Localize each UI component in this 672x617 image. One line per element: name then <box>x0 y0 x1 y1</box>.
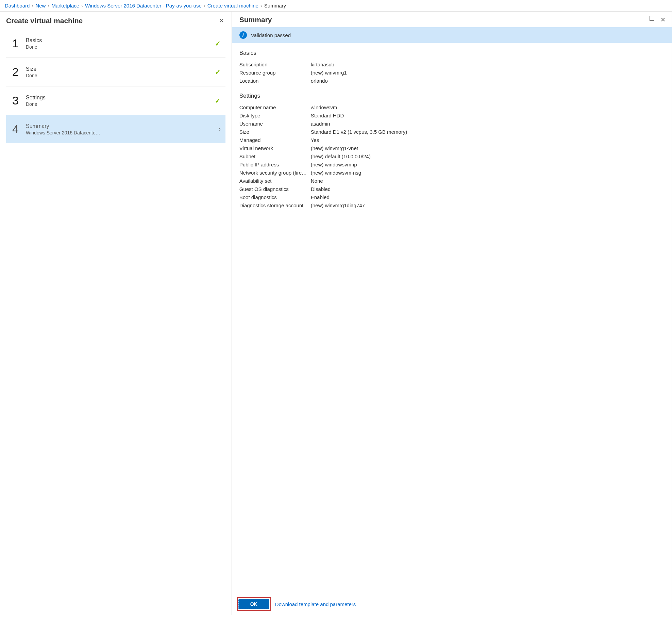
maximize-icon[interactable] <box>650 16 654 21</box>
ok-button[interactable]: OK <box>238 599 269 609</box>
chevron-right-icon: › <box>81 3 83 9</box>
info-icon: i <box>239 31 247 39</box>
step-label: Settings <box>26 95 209 101</box>
step-label: Summary <box>26 123 213 129</box>
close-icon[interactable]: ✕ <box>660 16 666 23</box>
kv-row: Public IP address(new) windowsvm-ip <box>239 161 664 169</box>
step-label: Size <box>26 66 209 72</box>
chevron-right-icon: › <box>48 3 49 9</box>
step-status: Windows Server 2016 Datacenter ... <box>26 130 101 135</box>
kv-row: Diagnostics storage account(new) winvmrg… <box>239 201 664 210</box>
section-title-basics: Basics <box>239 50 664 56</box>
validation-text: Validation passed <box>251 32 291 38</box>
check-icon: ✓ <box>215 68 221 76</box>
breadcrumb-new[interactable]: New <box>35 3 46 9</box>
breadcrumb-marketplace[interactable]: Marketplace <box>51 3 79 9</box>
kv-row: ManagedYes <box>239 136 664 144</box>
section-title-settings: Settings <box>239 93 664 99</box>
breadcrumb-create-vm[interactable]: Create virtual machine <box>207 3 258 9</box>
kv-row: Subnet(new) default (10.0.0.0/24) <box>239 152 664 161</box>
breadcrumb: Dashboard › New › Marketplace › Windows … <box>0 0 672 12</box>
step-number: 2 <box>12 65 20 79</box>
chevron-right-icon: › <box>219 126 221 133</box>
step-status: Done <box>26 44 101 50</box>
step-number: 3 <box>12 94 20 107</box>
breadcrumb-current: Summary <box>264 3 286 9</box>
kv-row: Subscriptionkirtanasub <box>239 61 664 69</box>
summary-title: Summary <box>239 16 272 24</box>
kv-row: Computer namewindowsvm <box>239 103 664 112</box>
kv-row: SizeStandard D1 v2 (1 vcpus, 3.5 GB memo… <box>239 128 664 136</box>
validation-banner: i Validation passed <box>232 27 672 43</box>
step-number: 1 <box>12 37 20 50</box>
breadcrumb-offer[interactable]: Windows Server 2016 Datacenter - Pay-as-… <box>85 3 202 9</box>
kv-row: Disk typeStandard HDD <box>239 112 664 120</box>
download-template-link[interactable]: Download template and parameters <box>275 601 356 607</box>
chevron-right-icon: › <box>204 3 205 9</box>
kv-row: Resource group(new) winvmrg1 <box>239 69 664 77</box>
close-icon[interactable]: ✕ <box>218 16 225 26</box>
step-status: Done <box>26 101 101 107</box>
wizard-title: Create virtual machine <box>6 17 83 25</box>
kv-row: Usernameasadmin <box>239 120 664 128</box>
wizard-step-basics[interactable]: 1 Basics Done ✓ <box>6 29 225 58</box>
summary-panel: Summary ✕ i Validation passed Basics Sub… <box>232 12 672 615</box>
kv-row: Network security group (fire…(new) windo… <box>239 169 664 177</box>
ok-button-highlight: OK <box>237 597 271 611</box>
wizard-step-size[interactable]: 2 Size Done ✓ <box>6 58 225 86</box>
kv-row: Availability setNone <box>239 177 664 185</box>
check-icon: ✓ <box>215 39 221 48</box>
wizard-step-settings[interactable]: 3 Settings Done ✓ <box>6 86 225 115</box>
kv-row: Virtual network(new) winvmrg1-vnet <box>239 144 664 152</box>
wizard-panel: Create virtual machine ✕ 1 Basics Done ✓… <box>0 12 232 615</box>
step-number: 4 <box>12 123 20 136</box>
step-status: Done <box>26 73 101 78</box>
breadcrumb-dashboard[interactable]: Dashboard <box>5 3 30 9</box>
kv-row: Guest OS diagnosticsDisabled <box>239 185 664 193</box>
chevron-right-icon: › <box>32 3 33 9</box>
check-icon: ✓ <box>215 97 221 105</box>
step-label: Basics <box>26 37 209 44</box>
kv-row: Boot diagnosticsEnabled <box>239 193 664 201</box>
kv-row: Locationorlando <box>239 77 664 85</box>
wizard-step-summary[interactable]: 4 Summary Windows Server 2016 Datacenter… <box>6 115 225 143</box>
chevron-right-icon: › <box>261 3 262 9</box>
